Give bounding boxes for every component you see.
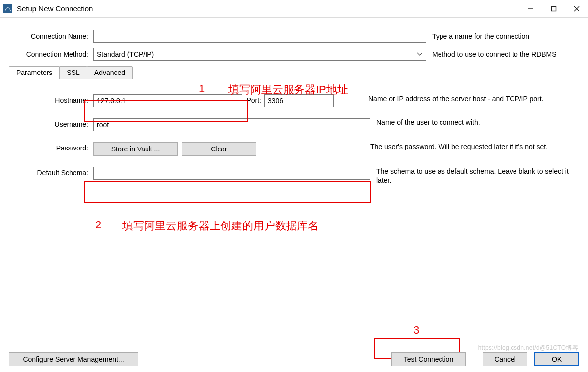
connection-method-select[interactable]: Standard (TCP/IP) xyxy=(93,48,426,61)
window-title: Setup New Connection xyxy=(17,4,93,13)
hint-password: The user's password. Will be requested l… xyxy=(370,142,579,151)
row-default-schema: Default Schema: The schema to use as def… xyxy=(9,167,579,185)
tab-parameters[interactable]: Parameters xyxy=(9,66,60,79)
hint-username: Name of the user to connect with. xyxy=(376,118,579,126)
dialog-body: Connection Name: Type a name for the con… xyxy=(0,18,588,185)
annotation-2-number: 2 xyxy=(95,219,101,231)
row-hostname: Hostname: Port: Name or IP address of th… xyxy=(9,94,579,107)
username-input[interactable] xyxy=(93,118,370,131)
hint-connection-name: Type a name for the connection xyxy=(432,32,579,40)
annotation-3-number: 3 xyxy=(413,324,419,337)
connection-name-input[interactable] xyxy=(93,30,426,43)
label-port: Port: xyxy=(242,94,264,104)
close-button[interactable] xyxy=(565,0,588,18)
test-connection-button[interactable]: Test Connection xyxy=(391,352,466,366)
row-connection-name: Connection Name: Type a name for the con… xyxy=(9,30,579,43)
svg-rect-2 xyxy=(552,6,556,11)
tabs: Parameters SSL Advanced xyxy=(9,66,579,79)
store-in-vault-button[interactable]: Store in Vault ... xyxy=(93,142,178,156)
hint-connection-method: Method to use to connect to the RDBMS xyxy=(432,50,579,58)
hostname-input[interactable] xyxy=(93,94,242,107)
cancel-button[interactable]: Cancel xyxy=(483,352,527,366)
row-password: Password: Store in Vault ... Clear The u… xyxy=(9,142,579,156)
chevron-down-icon xyxy=(417,51,423,58)
hint-default-schema: The schema to use as default schema. Lea… xyxy=(376,167,579,185)
label-password: Password: xyxy=(9,142,93,152)
label-connection-name: Connection Name: xyxy=(9,32,93,40)
tab-body-parameters: Hostname: Port: Name or IP address of th… xyxy=(9,79,579,185)
minimize-button[interactable] xyxy=(519,0,542,18)
default-schema-input[interactable] xyxy=(93,167,370,180)
dialog-footer: Configure Server Management... Test Conn… xyxy=(0,352,588,366)
connection-method-value: Standard (TCP/IP) xyxy=(97,50,154,58)
label-username: Username: xyxy=(9,118,93,128)
titlebar: Setup New Connection xyxy=(0,0,588,18)
port-input[interactable] xyxy=(264,94,334,107)
app-icon xyxy=(3,4,13,14)
maximize-button[interactable] xyxy=(542,0,565,18)
label-default-schema: Default Schema: xyxy=(9,167,93,177)
watermark: https://blog.csdn.net/d@51CTO博客 xyxy=(478,344,578,352)
configure-server-management-button[interactable]: Configure Server Management... xyxy=(9,352,138,366)
row-connection-method: Connection Method: Standard (TCP/IP) Met… xyxy=(9,48,579,61)
ok-button[interactable]: OK xyxy=(534,352,579,366)
tab-ssl[interactable]: SSL xyxy=(59,66,87,79)
label-hostname: Hostname: xyxy=(9,94,93,104)
annotation-2-text: 填写阿里云服务器上创建的用户数据库名 xyxy=(122,219,319,233)
row-username: Username: Name of the user to connect wi… xyxy=(9,118,579,131)
svg-rect-0 xyxy=(3,4,12,13)
hint-hostname: Name or IP address of the server host - … xyxy=(368,94,579,103)
clear-password-button[interactable]: Clear xyxy=(182,142,256,156)
label-connection-method: Connection Method: xyxy=(9,50,93,58)
tab-advanced[interactable]: Advanced xyxy=(87,66,133,79)
